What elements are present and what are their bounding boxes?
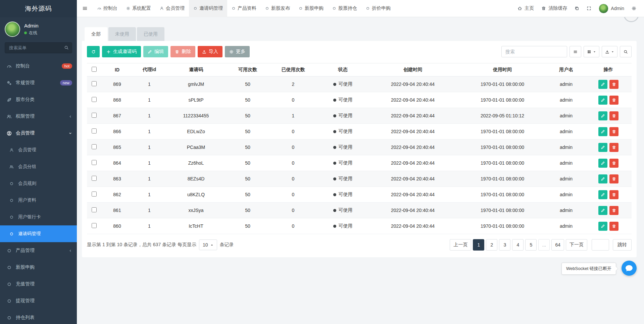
row-checkbox[interactable] [92, 97, 97, 102]
row-edit-button[interactable] [598, 80, 607, 89]
topbar-tab-member[interactable]: 会员管理 [155, 0, 189, 17]
row-edit-button[interactable] [598, 174, 607, 183]
column-header[interactable]: 已使用次数 [269, 63, 317, 76]
row-checkbox[interactable] [92, 192, 97, 197]
edit-button[interactable]: 编辑 [143, 46, 168, 57]
row-delete-button[interactable] [609, 190, 618, 199]
row-edit-button[interactable] [598, 190, 607, 199]
filter-tab-used[interactable]: 已使用 [137, 27, 164, 41]
sidebar-item-general[interactable]: 常规管理new [0, 74, 77, 91]
search-input[interactable] [501, 46, 567, 57]
row-delete-button[interactable] [609, 174, 618, 183]
row-edit-button[interactable] [598, 111, 607, 120]
row-delete-button[interactable] [609, 222, 618, 231]
sidebar-subitem-member-manage[interactable]: 会员管理 [0, 142, 77, 158]
column-header[interactable]: ID [101, 63, 133, 76]
row-checkbox[interactable] [92, 113, 97, 118]
sidebar-item-member[interactable]: 会员管理 [0, 125, 77, 142]
jump-button[interactable]: 跳转 [613, 239, 632, 251]
row-edit-button[interactable] [598, 206, 607, 215]
topbar-tab-ipo-publish[interactable]: 新股发布 [261, 0, 294, 17]
user-menu[interactable]: Admin [595, 0, 628, 17]
columns-button[interactable] [584, 46, 599, 57]
window-switch-button[interactable] [571, 0, 583, 17]
export-button[interactable] [602, 46, 617, 57]
refresh-button[interactable] [87, 46, 100, 57]
import-button[interactable]: 导入 [198, 46, 222, 57]
topbar-tab-system-config[interactable]: 系统配置 [122, 0, 155, 17]
jump-page-input[interactable] [592, 239, 609, 251]
column-header[interactable]: 状态 [317, 63, 368, 76]
delete-button[interactable]: 删除 [170, 46, 195, 57]
sidebar-subitem-member-rule[interactable]: 会员规则 [0, 175, 77, 192]
row-edit-button[interactable] [598, 159, 607, 168]
sidebar-item-console[interactable]: 控制台hot [0, 58, 77, 74]
settings-button[interactable] [628, 0, 640, 17]
sidebar-item-product[interactable]: 产品管理 [0, 242, 77, 259]
row-delete-button[interactable] [609, 80, 618, 89]
row-checkbox[interactable] [92, 160, 97, 165]
next-page-button[interactable]: 下一页 [566, 239, 587, 251]
select-all-checkbox[interactable] [92, 67, 97, 72]
topbar-tab-discount-subscribe[interactable]: 折价申购 [361, 0, 395, 17]
row-checkbox[interactable] [92, 223, 97, 228]
row-checkbox[interactable] [92, 207, 97, 212]
page-button-4[interactable]: 4 [512, 239, 524, 251]
column-header[interactable]: 操作 [585, 63, 632, 76]
sidebar-item-recharge[interactable]: 充值管理 [0, 276, 77, 292]
row-checkbox[interactable] [92, 176, 97, 181]
sidebar-item-permission[interactable]: 权限管理 [0, 108, 77, 125]
filter-tab-all[interactable]: 全部 [85, 27, 107, 41]
page-button-1[interactable]: 1 [473, 239, 484, 251]
more-button[interactable]: 更多 [225, 46, 250, 57]
page-button-5[interactable]: 5 [525, 239, 537, 251]
row-edit-button[interactable] [598, 222, 607, 231]
column-header[interactable]: 使用时间 [457, 63, 547, 76]
sidebar-item-ipo-subscribe[interactable]: 新股申购 [0, 259, 77, 276]
sidebar-item-positions[interactable]: 持仓列表 [0, 309, 77, 324]
ellipsis-page-button[interactable]: ... [538, 239, 550, 251]
row-edit-button[interactable] [598, 96, 607, 105]
row-checkbox[interactable] [92, 81, 97, 86]
row-delete-button[interactable] [609, 159, 618, 168]
topbar-tab-invite-code[interactable]: 邀请码管理 [189, 0, 227, 17]
filter-tab-unused[interactable]: 未使用 [108, 27, 136, 41]
page-button-3[interactable]: 3 [499, 239, 510, 251]
row-checkbox[interactable] [92, 144, 97, 149]
topbar-tab-console[interactable]: 控制台 [93, 0, 122, 17]
column-header[interactable]: 用户名 [547, 63, 585, 76]
row-delete-button[interactable] [609, 111, 618, 120]
sidebar-item-withdraw[interactable]: 提现管理 [0, 292, 77, 309]
chat-widget-button[interactable] [622, 261, 637, 276]
sidebar-subitem-invite-code[interactable]: 邀请码管理 [0, 225, 77, 242]
clear-cache-link[interactable]: 清除缓存 [538, 0, 571, 17]
row-delete-button[interactable] [609, 96, 618, 105]
sidebar-subitem-user-bankcard[interactable]: 用户银行卡 [0, 209, 77, 225]
page-button-64[interactable]: 64 [551, 239, 564, 251]
search-submit-button[interactable] [620, 46, 632, 57]
row-edit-button[interactable] [598, 143, 607, 152]
menu-search-input[interactable] [5, 42, 72, 53]
sidebar-item-stock-category[interactable]: 股市分类 [0, 91, 77, 108]
sidebar-subitem-member-group[interactable]: 会员分组 [0, 158, 77, 175]
column-header[interactable]: 代理id [133, 63, 165, 76]
row-checkbox[interactable] [92, 128, 97, 133]
prev-page-button[interactable]: 上一页 [450, 239, 471, 251]
column-header[interactable]: 可用次数 [227, 63, 269, 76]
row-edit-button[interactable] [598, 127, 607, 136]
page-button-2[interactable]: 2 [486, 239, 497, 251]
topbar-tab-product-info[interactable]: 产品资料 [227, 0, 261, 17]
topbar-tab-stock-position[interactable]: 股票持仓 [328, 0, 361, 17]
per-page-dropdown[interactable]: 10 [199, 239, 217, 250]
toggle-view-button[interactable] [569, 46, 581, 57]
sidebar-toggle-button[interactable] [77, 0, 93, 17]
topbar-tab-ipo-subscribe[interactable]: 新股申购 [294, 0, 328, 17]
column-header[interactable]: 邀请码 [165, 63, 227, 76]
home-link[interactable]: 主页 [514, 0, 538, 17]
generate-invite-button[interactable]: 生成邀请码 [102, 46, 141, 57]
column-header[interactable]: 创建时间 [368, 63, 457, 76]
row-delete-button[interactable] [609, 127, 618, 136]
row-delete-button[interactable] [609, 143, 618, 152]
row-delete-button[interactable] [609, 206, 618, 215]
sidebar-subitem-user-profile[interactable]: 用户资料 [0, 192, 77, 209]
